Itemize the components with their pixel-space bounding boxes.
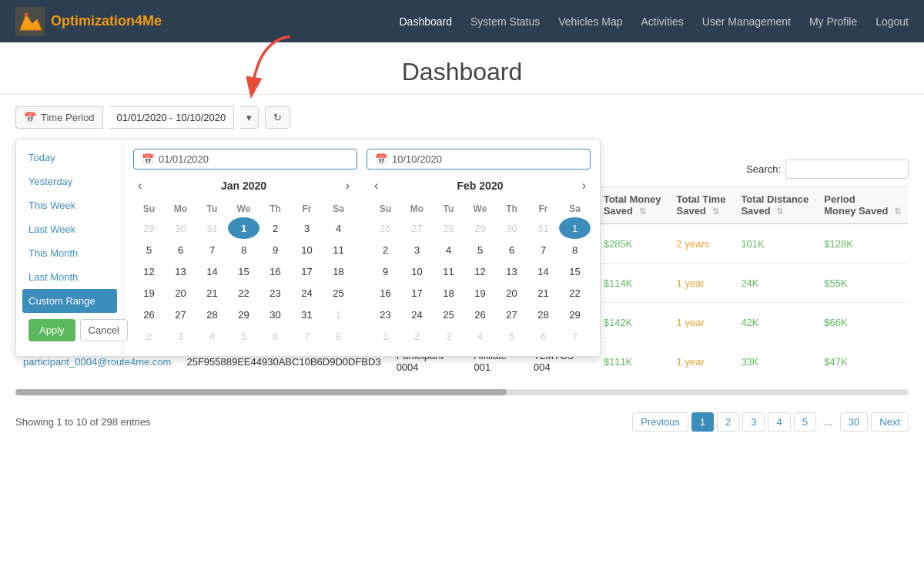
search-input[interactable] [785,160,909,179]
right-cal-next[interactable]: › [578,177,591,194]
cal-day[interactable]: 20 [165,282,196,304]
cal-day[interactable]: 16 [370,282,401,304]
cal-day[interactable]: 31 [527,217,559,239]
start-date-input[interactable]: 📅 01/01/2020 [133,149,357,170]
cal-day[interactable]: 29 [559,304,591,325]
apply-button[interactable]: Apply [28,319,75,341]
cal-day[interactable]: 2 [259,217,291,239]
cal-day[interactable]: 21 [527,282,559,304]
cal-day[interactable]: 21 [196,282,228,304]
cal-day[interactable]: 3 [165,325,196,347]
time-period-refresh-button[interactable]: ↻ [265,106,290,129]
cal-day[interactable]: 25 [433,304,464,325]
cal-day[interactable]: 1 [228,217,259,239]
cal-day[interactable]: 30 [165,217,196,239]
cal-day[interactable]: 9 [370,260,401,282]
nav-my-profile[interactable]: My Profile [809,15,857,28]
cal-day[interactable]: 14 [527,260,559,282]
cal-day[interactable]: 23 [370,304,401,325]
cal-day[interactable]: 29 [464,217,496,239]
left-cal-prev[interactable]: ‹ [133,177,146,194]
cal-day[interactable]: 6 [527,325,559,347]
col-dist-saved[interactable]: Total DistanceSaved ⇅ [733,187,816,224]
cal-day[interactable]: 2 [133,325,165,347]
cal-day[interactable]: 28 [196,304,228,325]
nav-activities[interactable]: Activities [641,15,684,28]
cal-day[interactable]: 5 [496,325,527,347]
option-this-month[interactable]: This Month [16,241,123,265]
cal-day[interactable]: 18 [433,282,464,304]
next-page-button[interactable]: Next [871,412,909,432]
cal-day[interactable]: 4 [196,325,228,347]
cal-day[interactable]: 24 [401,304,433,325]
cal-day[interactable]: 19 [464,282,496,304]
cal-day[interactable]: 19 [133,282,165,304]
cancel-button[interactable]: Cancel [80,319,128,341]
option-custom-range[interactable]: Custom Range [22,289,117,313]
end-date-input[interactable]: 📅 10/10/2020 [367,149,591,170]
option-yesterday[interactable]: Yesterday [16,170,123,193]
cal-day[interactable]: 11 [433,260,464,282]
cal-day[interactable]: 1 [370,325,401,347]
horizontal-scrollbar[interactable] [15,389,909,395]
cal-day[interactable]: 29 [133,217,165,239]
cal-day[interactable]: 11 [323,239,354,260]
cal-day[interactable]: 27 [165,304,196,325]
page-1-button[interactable]: 1 [691,412,714,432]
option-last-month[interactable]: Last Month [16,265,123,289]
cal-day[interactable]: 6 [259,325,291,347]
cal-day[interactable]: 20 [496,282,527,304]
cal-day[interactable]: 17 [401,282,433,304]
cal-day[interactable]: 4 [433,239,464,260]
cal-day[interactable]: 28 [527,304,559,325]
nav-logout[interactable]: Logout [875,15,909,28]
scrollbar-thumb[interactable] [15,389,507,395]
cal-day[interactable]: 14 [196,260,228,282]
cal-day[interactable]: 8 [228,239,259,260]
cal-day[interactable]: 30 [259,304,291,325]
option-last-week[interactable]: Last Week [16,217,123,241]
time-period-dropdown-toggle[interactable]: ▾ [240,106,259,129]
cal-day[interactable]: 31 [196,217,228,239]
cal-day[interactable]: 2 [370,239,401,260]
nav-dashboard[interactable]: Dashboard [399,15,452,28]
cal-day[interactable]: 7 [196,239,228,260]
cal-day[interactable]: 22 [228,282,259,304]
cal-day[interactable]: 26 [370,217,401,239]
cal-day[interactable]: 5 [133,239,165,260]
cal-day[interactable]: 28 [433,217,464,239]
page-5-button[interactable]: 5 [794,412,816,432]
left-cal-next[interactable]: › [341,177,354,194]
cal-day[interactable]: 27 [401,217,433,239]
cal-day[interactable]: 18 [323,260,354,282]
cal-day[interactable]: 7 [527,239,559,260]
nav-vehicles-map[interactable]: Vehicles Map [558,15,622,28]
cal-day[interactable]: 4 [464,325,496,347]
cal-day[interactable]: 13 [165,260,196,282]
last-page-button[interactable]: 30 [840,412,868,432]
option-today[interactable]: Today [16,146,123,170]
cal-day[interactable]: 22 [559,282,591,304]
cal-day[interactable]: 6 [496,239,527,260]
cal-day[interactable]: 26 [464,304,496,325]
cal-day[interactable]: 16 [259,260,291,282]
cal-day[interactable]: 3 [291,217,323,239]
nav-user-management[interactable]: User Management [702,15,791,28]
cal-day[interactable]: 3 [401,239,433,260]
cal-day[interactable]: 1 [323,304,354,325]
prev-page-button[interactable]: Previous [632,412,688,432]
col-time-saved[interactable]: Total TimeSaved ⇅ [669,187,734,224]
cal-day[interactable]: 1 [559,217,591,239]
col-period-money[interactable]: PeriodMoney Saved ⇅ [816,187,909,224]
right-cal-prev[interactable]: ‹ [370,177,383,194]
cal-day[interactable]: 4 [323,217,354,239]
cal-day[interactable]: 8 [559,239,591,260]
cal-day[interactable]: 17 [291,260,323,282]
cal-day[interactable]: 3 [433,325,464,347]
cal-day[interactable]: 10 [291,239,323,260]
col-money-saved[interactable]: Total MoneySaved ⇅ [596,187,669,224]
cal-day[interactable]: 29 [228,304,259,325]
cal-day[interactable]: 5 [464,239,496,260]
cal-day[interactable]: 15 [228,260,259,282]
cal-day[interactable]: 31 [291,304,323,325]
